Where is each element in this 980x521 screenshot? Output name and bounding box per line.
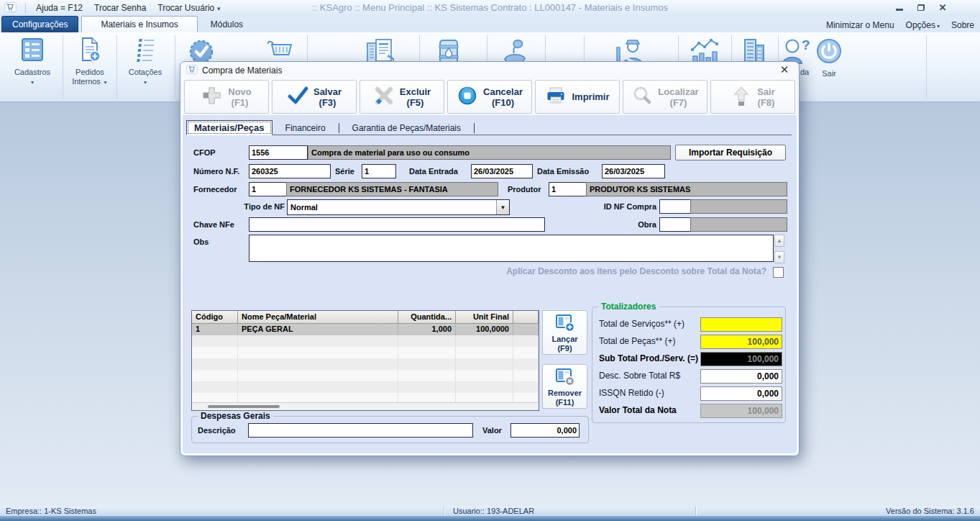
- minimizar-menu-link[interactable]: Minimizar o Menu: [826, 20, 894, 30]
- data-emissao-label: Data Emissão: [537, 164, 589, 178]
- table-empty-row: [192, 335, 539, 347]
- tab-separator: [474, 123, 475, 133]
- cfop-input[interactable]: [249, 145, 308, 160]
- total-pecas-field[interactable]: 100,000: [700, 335, 782, 349]
- desconto-total-label: Desc. Sobre Total R$: [599, 369, 680, 383]
- cfop-label: CFOP: [193, 145, 216, 160]
- totalizadores-title: Totalizadores: [598, 302, 659, 312]
- compra-de-materiais-dialog: Compra de Materiais ✕ Novo(F1) Salvar(F3…: [180, 61, 800, 456]
- window-restore-button[interactable]: [915, 2, 927, 12]
- stop-icon: [457, 85, 478, 109]
- serie-input[interactable]: [362, 164, 396, 178]
- id-nf-compra-field: [690, 199, 787, 214]
- salvar-button[interactable]: Salvar(F3): [272, 80, 357, 114]
- total-servicos-field[interactable]: [700, 317, 782, 332]
- ribbon-item-ajuda-label[interactable]: da: [800, 68, 809, 76]
- imprimir-button[interactable]: Imprimir: [535, 80, 620, 114]
- chevron-down-icon: ▼: [30, 80, 35, 85]
- chevron-down-icon: ▼: [143, 80, 148, 85]
- items-table[interactable]: Código Nome Peça/Material Quantida... Un…: [191, 310, 539, 411]
- menu-separator: [25, 3, 26, 13]
- aplicar-desconto-label: Aplicar Desconto aos itens pelo Desconto…: [396, 266, 766, 276]
- scroll-down-icon[interactable]: ▼: [774, 251, 784, 263]
- obs-textarea[interactable]: [249, 235, 774, 262]
- tipo-nf-select[interactable]: Normal ▼: [287, 199, 510, 215]
- status-separator: [695, 507, 696, 515]
- table-header: Código Nome Peça/Material Quantida... Un…: [192, 311, 539, 324]
- issqn-retido-field[interactable]: 0,000: [700, 386, 782, 401]
- window-minimize-button[interactable]: [894, 2, 905, 12]
- table-empty-row: [192, 370, 539, 381]
- tab-materiais-pecas[interactable]: Materiais/Peças: [186, 120, 273, 135]
- lancar-button[interactable]: Lançar(F9): [542, 310, 587, 355]
- opcoes-link[interactable]: Opções▾: [906, 20, 940, 30]
- produtor-label: Produtor: [508, 182, 541, 196]
- totalizadores-group: Totalizadores Total de Serviços** (+) To…: [592, 307, 786, 423]
- data-entrada-label: Data Entrada: [409, 164, 458, 178]
- chevron-down-icon[interactable]: ▼: [496, 200, 509, 214]
- window-close-button[interactable]: ✕: [937, 2, 948, 12]
- chevron-down-icon: ▼: [103, 80, 108, 85]
- obra-field: [690, 217, 787, 232]
- obs-scrollbar[interactable]: ▲ ▼: [774, 235, 784, 263]
- tab-configuracoes[interactable]: Configurações: [1, 16, 78, 32]
- remover-button[interactable]: Remover(F11): [542, 364, 587, 409]
- valor-label: Valor: [482, 423, 502, 438]
- app-cart-icon[interactable]: [4, 2, 17, 14]
- sobre-link[interactable]: Sobre: [951, 20, 974, 30]
- data-emissao-input[interactable]: [602, 164, 665, 178]
- tab-financeiro[interactable]: Financeiro: [273, 122, 339, 135]
- novo-button[interactable]: Novo(F1): [184, 80, 269, 114]
- tab-materiais-insumos[interactable]: Materiais e Insumos: [81, 16, 197, 32]
- x-delete-icon: [373, 85, 395, 109]
- dialog-titlebar: Compra de Materiais ✕: [180, 62, 799, 78]
- despesas-gerais-title: Despesas Gerais: [198, 411, 273, 421]
- numero-nf-input[interactable]: [249, 164, 331, 178]
- dialog-tabs: Materiais/Peças Financeiro Garantia de P…: [186, 121, 792, 135]
- table-row[interactable]: 1 PEÇA GERAL 1,000 100,0000: [192, 324, 539, 335]
- tab-modulos[interactable]: Módulos: [198, 17, 256, 32]
- ribbon-item-pedidos-internos[interactable]: PedidosInternos ▼: [65, 35, 115, 87]
- chevron-down-icon: ▾: [937, 23, 940, 30]
- ribbon-item-cadastros[interactable]: Cadastros▼: [4, 35, 60, 87]
- cancelar-button[interactable]: Cancelar(F10): [447, 80, 532, 114]
- table-horizontal-scrollbar[interactable]: [192, 402, 539, 410]
- ribbon-item-sair[interactable]: Sair: [811, 35, 847, 78]
- status-separator: [444, 507, 444, 515]
- lancar-window-plus-icon: [555, 325, 575, 334]
- window-bottom-edge: [0, 516, 980, 521]
- descricao-label: Descrição: [198, 423, 236, 438]
- produtor-code-input[interactable]: [549, 182, 587, 196]
- menu-trocar-senha[interactable]: Trocar Senha: [88, 3, 152, 13]
- scroll-up-icon[interactable]: ▲: [774, 235, 784, 247]
- excluir-button[interactable]: Excluir(F5): [360, 80, 444, 114]
- svg-text:?: ?: [802, 37, 810, 53]
- obra-input[interactable]: [659, 217, 691, 232]
- application-window: Ajuda = F12 Trocar Senha Trocar Usuário▼…: [0, 0, 980, 521]
- fornecedor-code-input[interactable]: [249, 182, 288, 196]
- importar-requisicao-button[interactable]: Importar Requisição: [675, 145, 786, 160]
- menu-ajuda[interactable]: Ajuda = F12: [30, 3, 88, 13]
- sair-dialog-button[interactable]: Sair(F8): [710, 80, 795, 114]
- valor-total-field: 100,000: [700, 404, 782, 418]
- magnifier-icon: [631, 85, 653, 109]
- desconto-total-field[interactable]: 0,000: [700, 369, 782, 384]
- id-nf-compra-input[interactable]: [659, 199, 691, 214]
- descricao-input[interactable]: [248, 423, 473, 438]
- obs-label: Obs: [193, 235, 209, 249]
- menu-trocar-usuario[interactable]: Trocar Usuário▼: [152, 3, 227, 13]
- data-entrada-input[interactable]: [471, 164, 533, 178]
- cfop-description-field: Compra de material para uso ou consumo: [308, 145, 671, 160]
- localizar-button[interactable]: Localizar(F7): [623, 80, 707, 114]
- ribbon-item-cotacoes[interactable]: Cotações▼: [119, 35, 171, 87]
- dialog-close-icon[interactable]: ✕: [779, 64, 790, 76]
- plus-icon: [201, 85, 223, 109]
- menu-bar: Ajuda = F12 Trocar Senha Trocar Usuário▼…: [0, 0, 980, 17]
- subtotal-label: Sub Total Prod./Serv. (=): [599, 352, 698, 366]
- scrollbar-thumb[interactable]: [208, 405, 280, 408]
- valor-input[interactable]: [510, 423, 580, 438]
- chevron-down-icon: ▼: [216, 6, 221, 12]
- aplicar-desconto-checkbox[interactable]: [773, 267, 784, 278]
- chave-nfe-input[interactable]: [249, 217, 545, 232]
- tab-garantia[interactable]: Garantia de Peças/Materiais: [339, 122, 474, 135]
